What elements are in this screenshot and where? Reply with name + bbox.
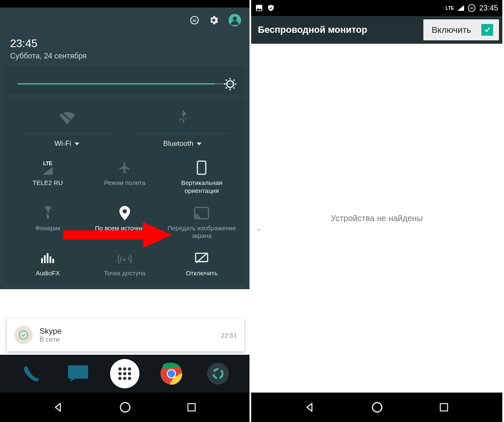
wifi-tile[interactable]: Wi-Fi xyxy=(9,109,125,148)
skype-avatar-icon xyxy=(14,326,33,344)
bluetooth-tile[interactable]: Bluetooth xyxy=(125,109,240,148)
audiofx-tile[interactable]: AudioFX xyxy=(9,251,86,277)
svg-point-35 xyxy=(128,372,131,375)
location-icon xyxy=(119,206,130,220)
svg-point-30 xyxy=(118,367,122,371)
clock-date: Суббота, 24 сентября xyxy=(10,52,241,61)
svg-line-12 xyxy=(234,79,235,81)
right-phone: LTE 86 23:45 Беспроводной монитор Включи… xyxy=(251,0,502,422)
svg-text:86: 86 xyxy=(470,6,473,10)
svg-rect-21 xyxy=(47,253,48,263)
settings-icon[interactable] xyxy=(208,15,219,26)
brightness-slider[interactable] xyxy=(5,66,244,95)
svg-rect-29 xyxy=(68,365,88,379)
portrait-icon xyxy=(197,161,207,175)
rotation-label: Вертикальная ориентация xyxy=(163,179,240,195)
back-button[interactable] xyxy=(52,401,64,413)
bluetooth-label: Bluetooth xyxy=(163,140,194,148)
bluetooth-off-icon xyxy=(177,110,189,125)
svg-point-44 xyxy=(121,403,130,412)
quick-tiles: Wi-Fi Bluetooth LTE TELE2 RU xyxy=(5,99,244,283)
home-dock xyxy=(0,355,249,393)
wifi-label: Wi-Fi xyxy=(55,140,71,148)
annotation-arrow-cast xyxy=(63,222,172,247)
status-bar xyxy=(0,0,249,8)
profile-icon[interactable] xyxy=(228,14,241,26)
chevron-down-icon xyxy=(197,142,202,145)
home-button[interactable] xyxy=(119,401,131,414)
image-icon xyxy=(255,4,263,12)
battery-badge-icon[interactable]: 86 xyxy=(190,16,199,25)
screen-off-label: Отключить xyxy=(186,269,218,277)
recents-button[interactable] xyxy=(186,402,197,413)
flashlight-label: Фонарик xyxy=(35,224,60,232)
cast-icon xyxy=(194,207,209,219)
svg-line-9 xyxy=(226,79,227,81)
phone-app-icon[interactable] xyxy=(17,359,46,388)
cast-tile[interactable]: Передать изображение экрана xyxy=(163,206,240,240)
svg-line-10 xyxy=(234,87,235,89)
airplane-label: Режим полета xyxy=(104,179,145,187)
checkbox-checked-icon[interactable] xyxy=(481,24,493,36)
notification-time: 22:51 xyxy=(221,332,237,339)
hotspot-tile[interactable]: Точка доступа xyxy=(86,251,163,277)
svg-point-38 xyxy=(128,377,131,380)
cellular-tile[interactable]: LTE TELE2 RU xyxy=(9,161,86,195)
svg-text:86: 86 xyxy=(192,19,197,23)
svg-rect-22 xyxy=(50,256,51,263)
status-bar: LTE 86 23:45 xyxy=(251,0,502,16)
clock-time: 23:45 xyxy=(10,37,241,50)
svg-point-33 xyxy=(118,372,122,375)
cast-label: Передать изображение экрана xyxy=(163,224,240,240)
screen-off-tile[interactable]: Отключить xyxy=(163,251,240,277)
svg-point-28 xyxy=(19,331,28,339)
hotspot-icon xyxy=(118,252,132,264)
airplane-icon xyxy=(118,161,131,174)
notification-title: Skype xyxy=(39,327,62,336)
recents-button[interactable] xyxy=(438,402,449,413)
annotation-arrow-small: → xyxy=(255,226,261,233)
back-button[interactable] xyxy=(304,401,316,413)
svg-rect-52 xyxy=(441,404,448,411)
page-title: Беспроводной монитор xyxy=(258,24,367,35)
status-time: 23:45 xyxy=(479,4,498,13)
svg-point-3 xyxy=(233,16,237,21)
home-button[interactable] xyxy=(371,401,383,414)
airplane-tile[interactable]: Режим полета xyxy=(86,161,163,195)
messages-app-icon[interactable] xyxy=(63,359,93,388)
svg-rect-45 xyxy=(188,404,195,411)
empty-state-text: Устройства не найдены xyxy=(331,214,423,223)
app-drawer-icon[interactable] xyxy=(110,359,139,388)
svg-point-32 xyxy=(128,367,131,371)
skype-notification[interactable]: Skype В сети 22:51 xyxy=(7,319,244,351)
svg-point-51 xyxy=(373,403,382,412)
camera-app-icon[interactable] xyxy=(203,359,233,388)
nav-bar xyxy=(251,393,502,422)
svg-point-17 xyxy=(123,209,127,213)
svg-line-11 xyxy=(226,87,227,89)
svg-rect-20 xyxy=(44,255,45,263)
enable-label: Включить xyxy=(432,25,471,35)
wifi-off-icon xyxy=(58,110,76,124)
svg-marker-47 xyxy=(143,222,172,247)
svg-rect-46 xyxy=(63,230,143,240)
left-phone: 86 23:45 Суббота, 24 сентября xyxy=(0,0,251,422)
svg-rect-15 xyxy=(197,161,206,174)
flashlight-icon xyxy=(43,206,52,220)
svg-point-41 xyxy=(168,370,175,377)
signal-icon xyxy=(42,167,54,175)
svg-point-31 xyxy=(123,367,126,371)
chrome-app-icon[interactable] xyxy=(157,359,186,388)
hotspot-label: Точка доступа xyxy=(104,269,146,277)
svg-rect-19 xyxy=(41,258,43,263)
device-list: Устройства не найдены xyxy=(251,44,502,393)
quick-settings-header: 86 23:45 Суббота, 24 сентября xyxy=(0,8,249,66)
quick-settings-panel: Wi-Fi Bluetooth LTE TELE2 RU xyxy=(0,66,249,289)
svg-point-42 xyxy=(207,363,229,385)
brightness-icon[interactable] xyxy=(223,77,237,91)
enable-toggle[interactable]: Включить xyxy=(423,19,499,40)
notification-subtitle: В сети xyxy=(39,336,62,343)
status-lte: LTE xyxy=(446,5,454,11)
rotation-tile[interactable]: Вертикальная ориентация xyxy=(163,161,240,195)
lte-text: LTE xyxy=(43,161,52,166)
